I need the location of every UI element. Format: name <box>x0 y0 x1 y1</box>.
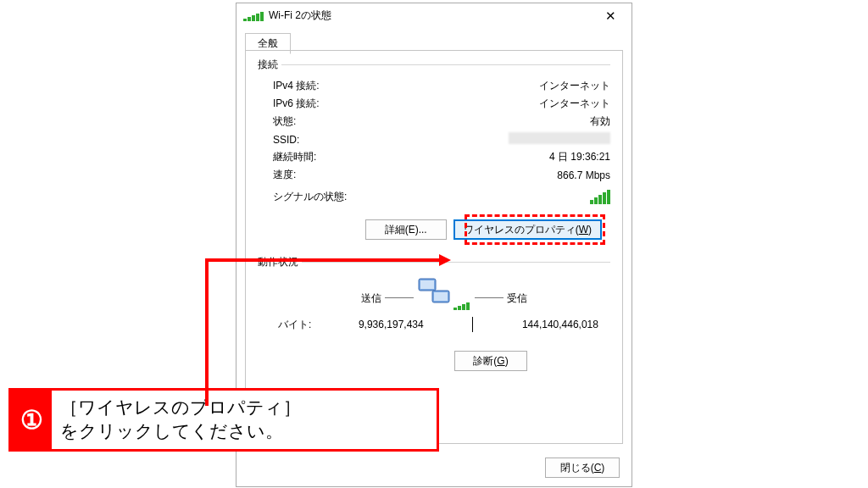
bytes-row: バイト: 9,936,197,434 144,140,446,018 <box>258 312 610 336</box>
value-ipv4: インターネット <box>539 79 610 93</box>
activity-icon <box>258 273 610 312</box>
row-ipv6: IPv6 接続: インターネット <box>273 95 610 113</box>
activity-group: 動作状況 送信 受信 <box>258 255 610 339</box>
row-duration: 継続時間: 4 日 19:36:21 <box>273 148 610 166</box>
wireless-properties-button[interactable]: ワイヤレスのプロパティ(W) <box>453 219 602 240</box>
row-ipv4: IPv4 接続: インターネット <box>273 77 610 95</box>
diagnose-button[interactable]: 診断(G) <box>454 351 527 371</box>
window-title: Wi-Fi 2の状態 <box>269 8 594 23</box>
mini-signal-icon <box>453 302 470 310</box>
instruction-annotation: ① ［ワイヤレスのプロパティ］ をクリックしてください。 <box>8 388 439 452</box>
titlebar: Wi-Fi 2の状態 ✕ <box>236 3 632 28</box>
tab-strip: 全般 <box>236 28 632 50</box>
close-icon[interactable]: ✕ <box>594 6 626 26</box>
svg-rect-1 <box>420 280 434 289</box>
instruction-text: ［ワイヤレスのプロパティ］ をクリックしてください。 <box>52 391 437 449</box>
row-state: 状態: 有効 <box>273 113 610 130</box>
dialog-footer: 閉じる(C) <box>236 451 632 486</box>
label-signal: シグナルの状態: <box>273 190 347 204</box>
step-number-badge: ① <box>11 391 52 449</box>
value-speed: 866.7 Mbps <box>557 169 610 181</box>
row-speed: 速度: 866.7 Mbps <box>273 166 610 184</box>
bytes-label: バイト: <box>278 318 311 332</box>
tab-panel-general: 接続 IPv4 接続: インターネット IPv6 接続: インターネット 状態:… <box>245 50 623 444</box>
label-speed: 速度: <box>273 168 296 182</box>
arrow-horizontal <box>205 258 441 262</box>
label-ipv4: IPv4 接続: <box>273 79 320 93</box>
close-button[interactable]: 閉じる(C) <box>545 458 620 478</box>
value-signal <box>590 189 610 204</box>
value-ssid <box>509 132 610 147</box>
arrow-vertical <box>205 260 209 406</box>
svg-rect-3 <box>434 292 448 301</box>
label-state: 状態: <box>273 114 296 129</box>
wifi-icon <box>243 11 264 21</box>
value-duration: 4 日 19:36:21 <box>549 150 610 164</box>
recv-bytes: 144,140,446,018 <box>522 319 598 330</box>
label-ipv6: IPv6 接続: <box>273 97 320 111</box>
arrow-head-icon <box>439 254 451 266</box>
row-signal: シグナルの状態: <box>273 184 610 209</box>
label-ssid: SSID: <box>273 134 299 146</box>
label-duration: 継続時間: <box>273 150 316 164</box>
connection-group: 接続 IPv4 接続: インターネット IPv6 接続: インターネット 状態:… <box>258 58 610 247</box>
activity-group-title: 動作状況 <box>258 255 302 269</box>
row-ssid: SSID: <box>273 130 610 148</box>
value-state: 有効 <box>590 114 610 129</box>
bottom-button-row: プロパティ(P) 無効にする(D) 診断(G) <box>258 342 610 374</box>
details-button[interactable]: 詳細(E)... <box>365 219 447 240</box>
sent-bytes: 9,936,197,434 <box>359 319 424 330</box>
value-ipv6: インターネット <box>539 97 610 111</box>
separator <box>472 317 473 332</box>
connection-group-title: 接続 <box>258 58 281 72</box>
